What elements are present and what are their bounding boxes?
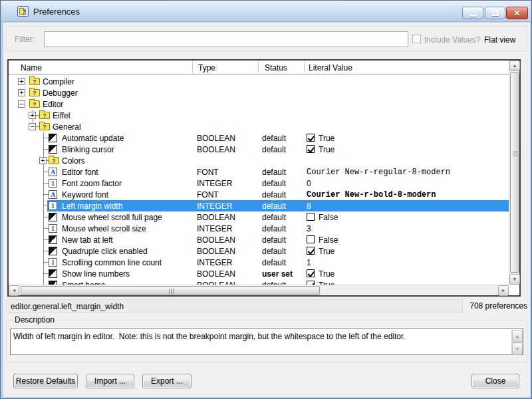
expand-icon[interactable]: +: [18, 89, 25, 96]
tree-row[interactable]: Blinking cursorBOOLEANdefaultTrue: [9, 144, 509, 155]
preference-name: Left margin width: [62, 201, 122, 211]
tree-row[interactable]: Automatic updateBOOLEANdefaultTrue: [9, 132, 509, 144]
preference-value: 8: [307, 201, 311, 211]
scroll-down-icon[interactable]: ▼: [512, 342, 523, 355]
column-divider[interactable]: [258, 61, 259, 73]
description-scrollbar[interactable]: ▲ ▼: [511, 330, 522, 355]
tree-connector: [43, 149, 49, 150]
integer-preference-icon: 1: [49, 224, 57, 233]
tree-row[interactable]: +?Colors: [9, 155, 509, 166]
include-values-label: Include Values?: [424, 35, 481, 45]
collapse-icon[interactable]: −: [18, 100, 25, 108]
scroll-up-icon[interactable]: ▲: [509, 61, 520, 71]
export-button[interactable]: Export ...: [142, 374, 192, 388]
grid-header: Name Type Status Literal Value: [9, 61, 509, 74]
folder-icon: ?: [49, 157, 59, 164]
tree-row[interactable]: −?Editor: [9, 98, 509, 110]
preference-type: INTEGER: [197, 179, 232, 188]
tree-connector: [43, 251, 49, 251]
integer-preference-icon: 1: [49, 201, 57, 210]
integer-preference-icon: 1: [49, 179, 57, 188]
description-box[interactable]: Width of left margin in editor. Note: th…: [10, 329, 523, 355]
scroll-left-icon[interactable]: ◄: [9, 285, 19, 296]
checked-checkbox-icon[interactable]: [307, 145, 315, 153]
tree-row[interactable]: +?Debugger: [9, 87, 509, 98]
integer-preference-icon: 1: [49, 258, 57, 267]
expand-icon[interactable]: +: [18, 78, 25, 85]
close-dialog-button[interactable]: Close: [471, 374, 519, 388]
preference-name: Editor font: [62, 168, 98, 177]
tree-connector: [43, 239, 49, 240]
boolean-preference-icon: [49, 213, 57, 221]
minimize-button[interactable]: [462, 7, 483, 19]
tree-row[interactable]: AEditor fontFONTdefaultCourier New-r-reg…: [9, 166, 509, 178]
close-button[interactable]: ✕: [506, 7, 528, 19]
column-header-value[interactable]: Literal Value: [309, 63, 352, 72]
expand-icon[interactable]: +: [39, 157, 47, 164]
expand-icon[interactable]: +: [29, 112, 36, 119]
flat-view-button[interactable]: Flat view: [484, 35, 515, 45]
filter-input[interactable]: [44, 31, 408, 47]
tree-row[interactable]: Smart homeBOOLEANdefaultTrue: [9, 279, 509, 285]
tree-row[interactable]: +?Compiler: [9, 76, 509, 87]
checked-checkbox-icon[interactable]: [307, 134, 315, 142]
horizontal-scroll-thumb[interactable]: [21, 286, 320, 295]
thumb-grip: [513, 152, 518, 156]
folder-icon: ?: [29, 78, 40, 85]
vertical-scroll-thumb[interactable]: [510, 72, 519, 273]
column-divider[interactable]: [192, 61, 193, 73]
preference-value: True: [319, 269, 334, 279]
tree-row[interactable]: Show line numbersBOOLEANuser setTrue: [9, 268, 509, 279]
preference-name: Keyword font: [62, 190, 108, 200]
unchecked-checkbox-icon[interactable]: [307, 235, 315, 243]
restore-defaults-button[interactable]: Restore Defaults: [13, 374, 78, 388]
tree-row[interactable]: New tab at leftBOOLEANdefaultFalse: [9, 234, 509, 245]
description-legend: Description: [13, 315, 57, 325]
boolean-preference-icon: [49, 145, 57, 154]
preference-status: default: [262, 168, 286, 177]
tree-row[interactable]: AKeyword fontFONTdefaultCourier New-r-bo…: [9, 189, 509, 200]
checked-checkbox-icon[interactable]: [307, 247, 315, 255]
column-header-status[interactable]: Status: [265, 63, 287, 72]
titlebar[interactable]: ? Preferences ✕: [1, 1, 531, 22]
column-header-type[interactable]: Type: [198, 63, 215, 72]
folder-icon: ?: [39, 123, 50, 130]
tree-row[interactable]: 1Font zoom factorINTEGERdefault0: [9, 178, 509, 189]
scroll-up-icon[interactable]: ▲: [512, 330, 523, 342]
preference-value: True: [319, 247, 334, 256]
checked-checkbox-icon[interactable]: [307, 269, 315, 277]
preference-name: Eiffel: [53, 111, 70, 120]
scroll-right-icon[interactable]: ►: [498, 285, 509, 296]
dialog-content: Filter: Include Values? Flat view Name T…: [3, 23, 530, 397]
collapse-icon[interactable]: −: [29, 123, 36, 130]
tree-row[interactable]: Quadruple click enabledBOOLEANdefaultTru…: [9, 245, 509, 257]
tree-row[interactable]: +?Eiffel: [9, 110, 509, 121]
unchecked-checkbox-icon[interactable]: [307, 213, 315, 221]
scroll-down-icon[interactable]: ▼: [509, 274, 520, 285]
preference-value: Courier New-r-regular-8-modern: [307, 168, 450, 177]
app-icon: ?: [17, 6, 29, 17]
preference-status: default: [262, 190, 286, 200]
preference-name: Editor: [43, 100, 63, 109]
tree-row[interactable]: 1Left margin widthINTEGERdefault8: [9, 200, 509, 211]
tree-row[interactable]: −?General: [9, 121, 509, 132]
maximize-button[interactable]: [485, 7, 505, 19]
preference-type: INTEGER: [197, 258, 232, 267]
tree-row[interactable]: Mouse wheel scroll full pageBOOLEANdefau…: [9, 211, 509, 223]
tree-row[interactable]: 1Scrolling common line countINTEGERdefau…: [9, 257, 509, 268]
import-button[interactable]: Import ...: [86, 374, 134, 388]
preference-status: default: [262, 224, 286, 233]
preference-name: Automatic update: [62, 134, 124, 143]
preference-value: False: [319, 213, 338, 222]
tree-body: +?Compiler+?Debugger−?Editor+?Eiffel−?Ge…: [9, 76, 509, 285]
horizontal-scrollbar[interactable]: ◄ ►: [9, 285, 509, 295]
column-divider[interactable]: [304, 61, 305, 73]
preference-name: Scrolling common line count: [62, 258, 162, 267]
include-values-checkbox[interactable]: [412, 35, 421, 43]
vertical-scrollbar[interactable]: ▲ ▼: [509, 61, 519, 285]
column-header-name[interactable]: Name: [21, 63, 42, 72]
tree-row[interactable]: 1Mouse wheel scroll sizeINTEGERdefault3: [9, 223, 509, 234]
tree-connector: [43, 194, 49, 195]
preferences-grid: Name Type Status Literal Value +?Compile…: [7, 59, 521, 297]
boolean-preference-icon: [49, 235, 57, 244]
